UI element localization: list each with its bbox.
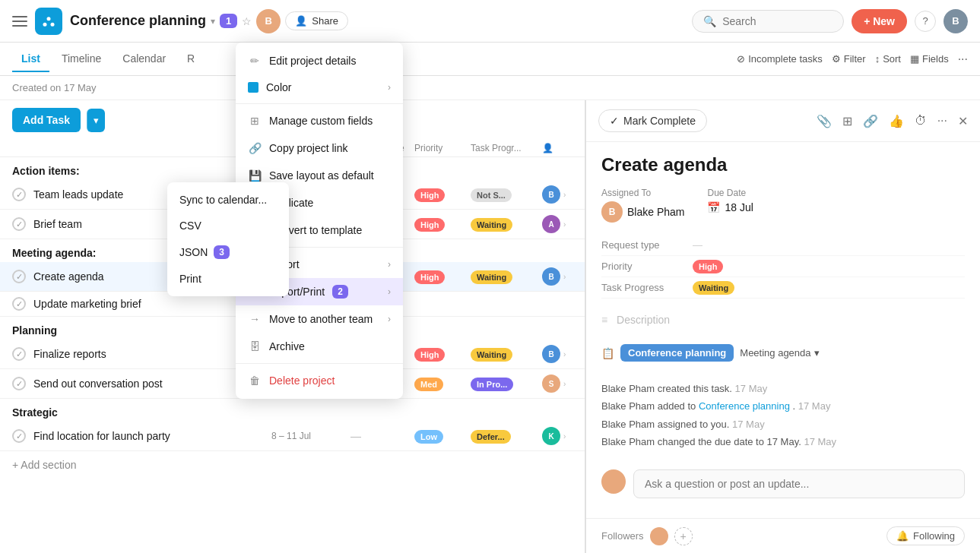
incomplete-tasks-filter[interactable]: ⊘ Incomplete tasks [737, 53, 823, 65]
submenu-item-label: Print [179, 273, 201, 285]
add-section-button[interactable]: + Add section [0, 451, 585, 479]
comment-input[interactable] [633, 469, 965, 498]
task-reqtype: — [350, 430, 411, 442]
task-checkbox[interactable]: ✓ [12, 377, 26, 390]
menu-item-label: Archive [269, 340, 305, 352]
help-button[interactable]: ? [915, 11, 936, 32]
fields-label: Fields [922, 53, 949, 65]
menu-item-label: Manage custom fields [269, 115, 373, 127]
section-dropdown-icon[interactable]: ▾ [814, 347, 820, 359]
search-icon: 🔍 [703, 15, 716, 27]
mark-complete-button[interactable]: ✓ Mark Complete [598, 109, 707, 132]
menu-item-label: Delete project [269, 374, 335, 387]
share-label: Share [312, 15, 338, 27]
share-button[interactable]: 👤 Share [285, 11, 348, 30]
new-button[interactable]: + New [852, 9, 907, 33]
star-icon[interactable]: ☆ [242, 15, 252, 27]
color-square-icon [248, 82, 258, 93]
task-assignee: S› [542, 374, 572, 393]
close-button[interactable]: ✕ [958, 114, 968, 128]
task-priority: Med [414, 378, 468, 390]
subtask-button[interactable]: ⊞ [842, 114, 852, 128]
sort-action[interactable]: ↕ Sort [875, 53, 901, 65]
like-button[interactable]: 👍 [889, 114, 904, 128]
menu-item-label: Move to another team [269, 313, 373, 325]
task-progress: Waiting [471, 218, 539, 230]
project-dropdown-arrow[interactable]: ▾ [211, 16, 215, 27]
top-nav: Conference planning ▾ 1 ☆ B 👤 Share 🔍 + … [0, 0, 980, 43]
task-detail-actions: 📎 ⊞ 🔗 👍 ⏱ ··· ✕ [817, 114, 968, 128]
user-avatar-top[interactable]: B [944, 9, 968, 33]
arrow-icon: › [388, 314, 391, 324]
task-assignee: A› [542, 215, 572, 233]
hamburger-menu[interactable] [12, 14, 27, 29]
menu-item-copy-link[interactable]: 🔗 Copy project link [236, 134, 403, 162]
submenu-item-print[interactable]: Print [167, 266, 289, 292]
tab-r[interactable]: R [178, 46, 204, 72]
assigned-to-label: Assigned To [601, 188, 684, 198]
more-options-icon[interactable]: ··· [958, 52, 968, 66]
activity-project-link[interactable]: Conference planning [699, 400, 790, 412]
task-name: Update marketing brief [33, 298, 268, 310]
menu-item-color[interactable]: Color › [236, 74, 403, 100]
following-button[interactable]: 🔔 Following [886, 526, 965, 545]
sub-nav: List Timeline Calendar R ⊘ Incomplete ta… [0, 43, 980, 76]
submenu-item-label: Sync to calendar... [179, 194, 267, 206]
filter-action[interactable]: ⚙ Filter [832, 53, 866, 65]
project-tag[interactable]: Conference planning [620, 344, 734, 362]
description-label: Description [617, 314, 670, 326]
search-input[interactable] [722, 15, 829, 27]
search-box[interactable]: 🔍 [692, 10, 844, 33]
followers-bar: Followers + 🔔 Following [586, 518, 980, 553]
tab-list[interactable]: List [12, 46, 49, 72]
task-progress: Waiting [471, 270, 539, 283]
task-assignee: B› [542, 345, 572, 363]
comment-avatar [601, 469, 626, 494]
due-date-label: Due Date [707, 188, 753, 198]
submenu-item-sync-cal[interactable]: Sync to calendar... [167, 187, 289, 213]
fields-icon: ▦ [910, 53, 919, 65]
task-checkbox[interactable]: ✓ [12, 217, 26, 231]
task-checkbox[interactable]: ✓ [12, 270, 26, 283]
project-icon: 📋 [601, 347, 614, 359]
task-priority: Low [414, 430, 468, 442]
submenu-item-csv[interactable]: CSV [167, 213, 289, 239]
add-task-dropdown-button[interactable]: ▾ [87, 109, 105, 132]
task-checkbox[interactable]: ✓ [12, 347, 26, 361]
task-checkbox[interactable]: ✓ [12, 429, 26, 443]
submenu-item-json[interactable]: JSON 3 [167, 239, 289, 266]
svg-point-2 [51, 22, 55, 26]
menu-item-delete[interactable]: 🗑 Delete project [236, 367, 403, 394]
timer-button[interactable]: ⏱ [915, 114, 927, 128]
task-detail-title: Create agenda [586, 142, 980, 182]
request-type-value: — [693, 239, 965, 251]
filter-circle-icon: ⊘ [737, 53, 745, 65]
more-button[interactable]: ··· [937, 114, 947, 128]
project-title-area: Conference planning ▾ 1 ☆ B 👤 Share [70, 9, 348, 33]
add-follower-button[interactable]: + [674, 527, 693, 545]
project-badge: 1 [220, 14, 237, 28]
menu-item-custom-fields[interactable]: ⊞ Manage custom fields [236, 107, 403, 134]
description-icon: ≡ [601, 314, 607, 326]
menu-item-move[interactable]: → Move to another team › [236, 305, 403, 333]
task-row[interactable]: ✓ Find location for launch party 8 – 11 … [0, 422, 585, 451]
task-name: Finalize reports [33, 348, 268, 360]
followers-label: Followers [601, 530, 644, 542]
export-badge: 2 [332, 285, 348, 299]
tab-calendar[interactable]: Calendar [113, 46, 175, 72]
task-priority: High [414, 188, 468, 201]
link-button[interactable]: 🔗 [863, 114, 878, 128]
fields-action[interactable]: ▦ Fields [910, 53, 949, 65]
app-logo [35, 8, 62, 35]
task-meta: Assigned To B Blake Pham Due Date 📅 18 J… [586, 182, 980, 229]
add-task-button[interactable]: Add Task [12, 108, 81, 132]
project-name: Conference planning [70, 13, 206, 29]
task-checkbox[interactable]: ✓ [12, 297, 26, 311]
tab-timeline[interactable]: Timeline [52, 46, 110, 72]
menu-item-archive[interactable]: 🗄 Archive [236, 333, 403, 360]
menu-item-edit[interactable]: ✏ Edit project details [236, 47, 403, 74]
attachment-button[interactable]: 📎 [817, 114, 832, 128]
activity-line-3: Blake Pham assigned to you. 17 May [601, 416, 965, 433]
following-label: Following [913, 530, 955, 542]
task-checkbox[interactable]: ✓ [12, 188, 26, 201]
